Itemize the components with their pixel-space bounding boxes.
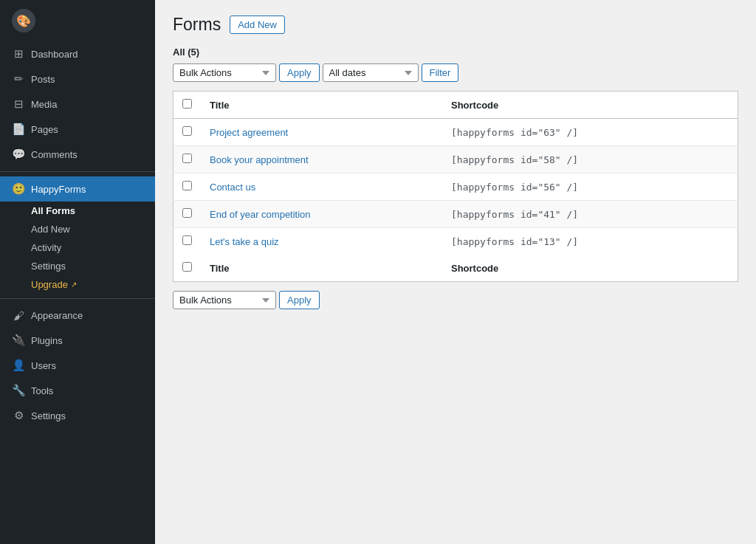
page-header: Forms Add New — [173, 15, 738, 35]
top-filter-bar: Bulk Actions Apply All dates Filter — [173, 63, 738, 82]
table-foot: Title Shortcode — [173, 255, 738, 282]
title-column-footer: Title — [201, 255, 442, 282]
count-label: All (5) — [173, 47, 738, 58]
apply-button-top[interactable]: Apply — [279, 63, 320, 82]
table-body: Project agreement [happyforms id="63" /]… — [173, 119, 738, 255]
row-checkbox-1[interactable] — [182, 154, 192, 163]
sidebar-item-label: Tools — [31, 385, 53, 396]
row-shortcode-cell: [happyforms id="58" /] — [442, 146, 738, 173]
submenu-label: Upgrade — [31, 279, 68, 290]
submenu-item-settings[interactable]: Settings — [0, 257, 155, 275]
row-checkbox-0[interactable] — [182, 126, 192, 136]
row-checkbox-cell — [173, 119, 202, 146]
dashboard-icon: ⊞ — [12, 47, 25, 61]
select-all-footer-checkbox[interactable] — [182, 262, 192, 272]
submenu-label: All Forms — [31, 205, 75, 216]
sidebar-divider — [0, 171, 155, 172]
sidebar-logo: 🎨 — [0, 0, 155, 41]
posts-icon: ✏ — [12, 72, 25, 86]
sidebar-item-happyforms[interactable]: 🙂 HappyForms — [0, 176, 155, 202]
submenu-item-activity[interactable]: Activity — [0, 238, 155, 257]
sidebar-item-plugins[interactable]: 🔌 Plugins — [0, 328, 155, 353]
submenu-label: Settings — [31, 261, 66, 272]
select-all-col — [173, 92, 202, 119]
sidebar-item-comments[interactable]: 💬 Comments — [0, 142, 155, 167]
title-column-header: Title — [201, 92, 442, 119]
table-footer-row: Title Shortcode — [173, 255, 738, 282]
row-title-cell: Let's take a quiz — [201, 228, 442, 255]
sidebar-item-dashboard[interactable]: ⊞ Dashboard — [0, 41, 155, 66]
table-row: End of year competition [happyforms id="… — [173, 201, 738, 228]
row-checkbox-cell — [173, 173, 202, 201]
submenu-item-add-new[interactable]: Add New — [0, 220, 155, 238]
form-title-link-3[interactable]: End of year competition — [210, 209, 311, 220]
happyforms-submenu: All Forms Add New Activity Settings Upgr… — [0, 202, 155, 294]
select-all-checkbox[interactable] — [182, 99, 192, 109]
sidebar-item-pages[interactable]: 📄 Pages — [0, 117, 155, 142]
table-header-row: Title Shortcode — [173, 92, 738, 119]
users-icon: 👤 — [12, 359, 25, 372]
form-title-link-4[interactable]: Let's take a quiz — [210, 236, 279, 247]
table-head: Title Shortcode — [173, 92, 738, 119]
submenu-item-upgrade[interactable]: Upgrade ↗ — [0, 275, 155, 294]
forms-table: Title Shortcode Project agreement [happy… — [173, 91, 738, 282]
row-shortcode-cell: [happyforms id="63" /] — [442, 119, 738, 146]
sidebar-item-label: Comments — [31, 149, 78, 160]
submenu-item-all-forms[interactable]: All Forms — [0, 202, 155, 220]
comments-icon: 💬 — [12, 148, 25, 161]
sidebar: 🎨 ⊞ Dashboard ✏ Posts ⊟ Media 📄 Pages 💬 … — [0, 0, 155, 544]
row-checkbox-2[interactable] — [182, 181, 192, 190]
table-row: Book your appointment [happyforms id="58… — [173, 146, 738, 173]
row-title-cell: Book your appointment — [201, 146, 442, 173]
row-shortcode-cell: [happyforms id="13" /] — [442, 228, 738, 255]
add-new-button[interactable]: Add New — [230, 16, 285, 34]
sidebar-item-label: Posts — [31, 74, 55, 85]
plugins-icon: 🔌 — [12, 334, 25, 347]
date-filter-select[interactable]: All dates — [323, 63, 419, 82]
tools-icon: 🔧 — [12, 384, 25, 397]
external-link-icon: ↗ — [71, 280, 77, 289]
sidebar-item-media[interactable]: ⊟ Media — [0, 92, 155, 117]
row-checkbox-cell — [173, 146, 202, 173]
row-title-cell: Project agreement — [201, 119, 442, 146]
filter-button[interactable]: Filter — [422, 63, 459, 82]
submenu-label: Activity — [31, 242, 61, 253]
bottom-filter-bar: Bulk Actions Apply — [173, 291, 738, 309]
sidebar-item-posts[interactable]: ✏ Posts — [0, 66, 155, 92]
shortcode-column-footer: Shortcode — [442, 255, 738, 282]
row-checkbox-4[interactable] — [182, 235, 192, 245]
sidebar-item-settings[interactable]: ⚙ Settings — [0, 403, 155, 428]
settings-icon: ⚙ — [12, 409, 25, 422]
apply-button-bottom[interactable]: Apply — [279, 291, 320, 309]
sidebar-item-appearance[interactable]: 🖌 Appearance — [0, 303, 155, 328]
happyforms-icon: 🙂 — [12, 182, 25, 196]
wp-logo-icon: 🎨 — [12, 9, 35, 32]
row-checkbox-cell — [173, 228, 202, 255]
table-row: Contact us [happyforms id="56" /] — [173, 173, 738, 201]
form-title-link-1[interactable]: Book your appointment — [210, 154, 309, 165]
select-all-foot-col — [173, 255, 202, 282]
media-icon: ⊟ — [12, 97, 25, 111]
sidebar-item-label: Appearance — [31, 310, 83, 321]
row-title-cell: End of year competition — [201, 201, 442, 228]
sidebar-item-label: Users — [31, 360, 56, 371]
sidebar-item-label: Pages — [31, 124, 58, 135]
bulk-actions-select-bottom[interactable]: Bulk Actions — [173, 291, 276, 309]
sidebar-item-tools[interactable]: 🔧 Tools — [0, 378, 155, 403]
sidebar-item-users[interactable]: 👤 Users — [0, 353, 155, 378]
form-title-link-2[interactable]: Contact us — [210, 182, 255, 193]
row-title-cell: Contact us — [201, 173, 442, 201]
main-content: Forms Add New All (5) Bulk Actions Apply… — [155, 0, 756, 544]
sidebar-menu: ⊞ Dashboard ✏ Posts ⊟ Media 📄 Pages 💬 Co… — [0, 41, 155, 544]
table-row: Project agreement [happyforms id="63" /] — [173, 119, 738, 146]
row-checkbox-3[interactable] — [182, 208, 192, 218]
sidebar-item-label: Settings — [31, 410, 66, 421]
shortcode-column-header: Shortcode — [442, 92, 738, 119]
pages-icon: 📄 — [12, 123, 25, 136]
bulk-actions-select-top[interactable]: Bulk Actions — [173, 63, 276, 82]
form-title-link-0[interactable]: Project agreement — [210, 127, 288, 138]
sidebar-item-label: Media — [31, 99, 57, 110]
sidebar-item-label: Plugins — [31, 335, 63, 346]
table-row: Let's take a quiz [happyforms id="13" /] — [173, 228, 738, 255]
submenu-label: Add New — [31, 224, 70, 235]
